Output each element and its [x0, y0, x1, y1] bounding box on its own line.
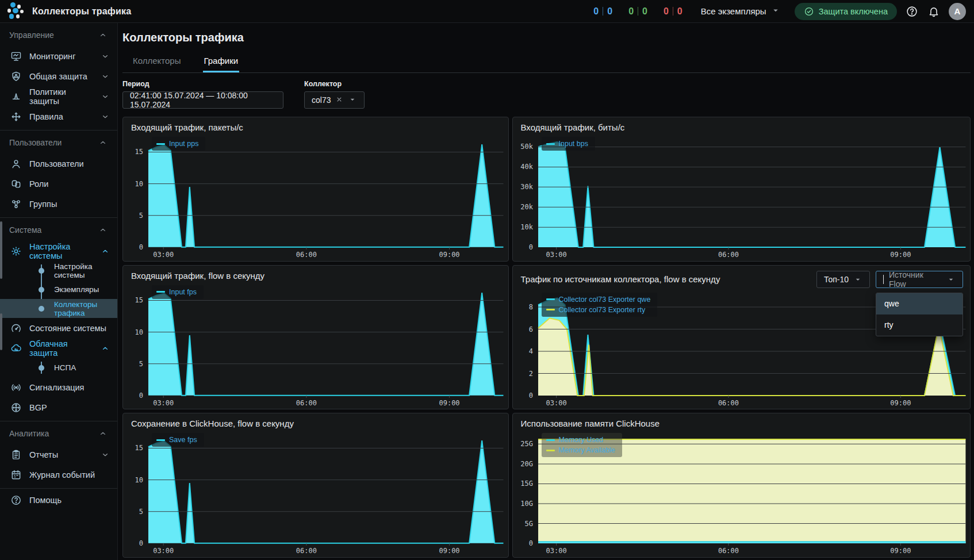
dropdown-option-rty[interactable]: rty	[876, 314, 963, 336]
chart-legend: Memory UsedMemory Available	[542, 433, 622, 457]
legend-item[interactable]: Input bps	[546, 140, 588, 148]
sidebar-section-header[interactable]: Система	[0, 219, 117, 241]
legend-swatch	[156, 143, 165, 145]
top10-select[interactable]: Топ-10	[816, 271, 870, 288]
sidebar-item-помощь[interactable]: Помощь	[0, 490, 117, 510]
legend-label: Memory Used	[559, 436, 604, 444]
sidebar-section-header[interactable]: Пользователи	[0, 132, 117, 154]
instance-selector[interactable]: Все экземпляры	[701, 5, 781, 17]
sidebar-section: АналитикаОтчетыЖурнал событий	[0, 421, 117, 488]
sidebar-item-bgp[interactable]: BGP	[0, 397, 117, 417]
svg-text:10k: 10k	[520, 223, 533, 231]
sidebar-item-label: Пользователи	[29, 159, 109, 168]
sidebar-item-общая-защита[interactable]: Общая защита	[0, 66, 117, 86]
period-input[interactable]: 02:41:00 15.07.2024 — 10:08:00 15.07.202…	[122, 91, 283, 109]
sidebar-item-правила[interactable]: Правила	[0, 106, 117, 126]
sidebar-item-журнал-событий[interactable]: Журнал событий	[0, 465, 117, 485]
legend-swatch	[546, 298, 555, 300]
sidebar-item-label: Настройка системы	[29, 242, 94, 260]
source-flow-select[interactable]: Источник Flow	[876, 271, 963, 288]
chart-panel-header: Сохранение в ClickHouse, flow в секунду	[123, 413, 508, 428]
check-circle-icon	[804, 6, 814, 17]
svg-text:0: 0	[139, 391, 143, 399]
legend-item[interactable]: Memory Available	[546, 446, 615, 454]
sidebar-item-группы[interactable]: Группы	[0, 194, 117, 214]
sidebar-section-header[interactable]: Управление	[0, 24, 117, 46]
sidebar-subitem-коллекторы-трафика[interactable]: Коллекторы трафика	[0, 299, 117, 318]
legend-label: Input fps	[169, 288, 197, 296]
legend-item[interactable]: Collector col73 Exporter qwe	[546, 296, 651, 304]
protection-status-button[interactable]: Защита включена	[795, 3, 897, 20]
sidebar-scrollbar-segment[interactable]	[0, 221, 2, 279]
chevron-down-sm	[101, 113, 109, 121]
svg-text:03:00: 03:00	[153, 398, 174, 406]
counter-group[interactable]: 00	[664, 6, 682, 17]
help-icon	[906, 5, 918, 18]
close-icon[interactable]	[335, 95, 343, 105]
dropdown-option-qwe[interactable]: qwe	[876, 293, 963, 314]
app-root: Коллекторы трафика 000000 Все экземпляры…	[0, 0, 974, 560]
sidebar-item-отчеты[interactable]: Отчеты	[0, 444, 117, 465]
sidebar-item-роли[interactable]: Роли	[0, 174, 117, 194]
sidebar-item-политики-защиты[interactable]: Политики защиты	[0, 86, 117, 106]
svg-text:20k: 20k	[520, 203, 533, 211]
legend-swatch	[156, 439, 165, 441]
counter-divider	[638, 7, 638, 16]
sidebar-item-label: Правила	[29, 112, 94, 121]
svg-text:09:00: 09:00	[890, 251, 911, 259]
sidebar-item-облачная-защита[interactable]: Облачная защита	[0, 338, 117, 358]
bell-icon[interactable]	[927, 5, 941, 18]
chart-panel-2: Входящий трафик, биты/сInput bps010k20k3…	[512, 117, 971, 262]
policy-icon	[10, 91, 22, 102]
svg-text:25G: 25G	[520, 440, 533, 448]
legend-item[interactable]: Save fps	[156, 436, 197, 444]
avatar[interactable]: A	[949, 3, 966, 20]
help-icon[interactable]	[905, 5, 919, 18]
svg-text:06:00: 06:00	[296, 547, 317, 555]
sidebar-section-header[interactable]: Аналитика	[0, 423, 117, 444]
sidebar-item-сигнализация[interactable]: Сигнализация	[0, 377, 117, 397]
counter-group[interactable]: 00	[593, 6, 612, 17]
instance-selector-label: Все экземпляры	[701, 6, 766, 16]
svg-text:09:00: 09:00	[890, 547, 911, 555]
chart-legend: Input pps	[152, 137, 205, 151]
legend-item[interactable]: Input fps	[156, 288, 197, 296]
chart-title: Трафик по источникам коллектора, flow в …	[521, 274, 720, 284]
report-icon	[10, 449, 22, 461]
legend-label: Memory Available	[559, 446, 615, 454]
sidebar-item-label: Сигнализация	[29, 383, 109, 392]
counter-group[interactable]: 00	[628, 6, 647, 17]
sidebar-item-настройка-системы[interactable]: Настройка системы	[0, 241, 117, 261]
legend-item[interactable]: Collector col73 Exporter rty	[546, 306, 651, 314]
svg-text:09:00: 09:00	[890, 399, 911, 407]
counter-value: 0	[677, 6, 682, 17]
sidebar-subitem-нспа[interactable]: НСПА	[0, 358, 117, 377]
svg-text:2: 2	[528, 369, 532, 377]
sidebar-section-title: Пользователи	[9, 138, 62, 147]
sidebar-item-label: Политики защиты	[29, 87, 94, 106]
collector-select[interactable]: col73	[304, 91, 365, 109]
sidebar-subitem-экземпляры[interactable]: Экземпляры	[0, 280, 117, 299]
legend-item[interactable]: Memory Used	[546, 436, 615, 444]
chart-title: Входящий трафик, flow в секунду	[131, 271, 264, 281]
bell-icon	[927, 5, 940, 18]
chart-panel-6: Использование памяти ClickHouseMemory Us…	[512, 413, 971, 558]
chart-panel-header: Трафик по источникам коллектора, flow в …	[513, 266, 970, 288]
counter-divider	[603, 7, 603, 16]
sidebar-item-состояние-системы[interactable]: Состояние системы	[0, 318, 117, 338]
tab-коллекторы[interactable]: Коллекторы	[132, 52, 182, 72]
sidebar-item-пользователи[interactable]: Пользователи	[0, 154, 117, 174]
legend-label: Collector col73 Exporter qwe	[559, 296, 651, 304]
sidebar-subitem-настройка-системы[interactable]: Настройка системы	[0, 261, 117, 280]
sidebar-item-мониторинг[interactable]: Мониторинг	[0, 46, 117, 66]
tab-графики[interactable]: Графики	[203, 52, 240, 72]
counter-value: 0	[642, 6, 647, 17]
chart-plot: Input bps010k20k30k40k50k03:0006:0009:00	[513, 132, 970, 261]
sidebar-scrollbar-segment[interactable]	[0, 313, 2, 350]
legend-item[interactable]: Input pps	[156, 140, 198, 148]
chart-plot: Input pps05101503:0006:0009:00	[123, 132, 508, 261]
svg-text:10: 10	[135, 180, 143, 188]
sidebar-item-label: Состояние системы	[29, 324, 109, 333]
svg-text:06:00: 06:00	[718, 251, 738, 259]
sidebar-section: УправлениеМониторингОбщая защитаПолитики…	[0, 23, 117, 130]
